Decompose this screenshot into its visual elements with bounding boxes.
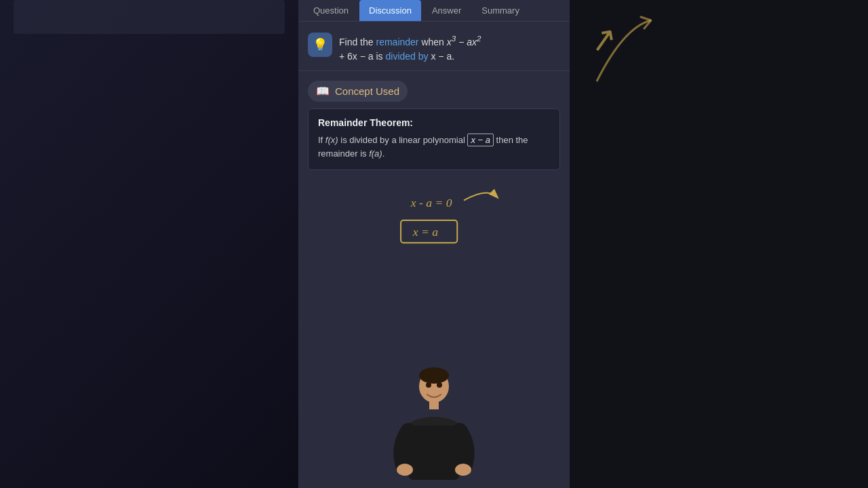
bulb-icon: 💡: [308, 33, 332, 57]
question-text: Find the remainder when x3 − ax2 + 6x − …: [339, 33, 481, 64]
theorem-text-1: If: [318, 135, 326, 145]
tab-discussion[interactable]: Discussion: [359, 0, 421, 21]
question-prefix: Find the: [339, 37, 376, 47]
theorem-boxed-xa: x − a: [467, 134, 494, 146]
tab-summary[interactable]: Summary: [472, 0, 529, 21]
theorem-text: If f(x) is divided by a linear polynomia…: [318, 134, 550, 162]
annotation-line1: x - a = 0: [410, 197, 452, 210]
svg-point-5: [397, 464, 413, 476]
svg-rect-4: [408, 426, 460, 480]
svg-point-1: [419, 367, 449, 384]
concept-label: Concept Used: [335, 85, 399, 97]
presenter-person: [387, 366, 481, 488]
svg-point-7: [426, 382, 431, 388]
theorem-fx: f(x): [326, 135, 338, 145]
concept-box: Remainder Theorem: If f(x) is divided by…: [308, 108, 560, 171]
question-suffix: x − a.: [429, 51, 455, 62]
annotation-svg: x - a = 0 x = a: [308, 180, 560, 261]
question-line2: + 6x − a is: [339, 51, 385, 62]
theorem-fa: f(a): [369, 148, 382, 159]
book-icon: 📖: [316, 85, 330, 98]
theorem-text-2: is divided by a linear polynomial: [338, 135, 468, 145]
question-when: when: [419, 37, 447, 47]
theorem-title: Remainder Theorem:: [318, 117, 550, 128]
tab-answer[interactable]: Answer: [422, 0, 471, 21]
question-divided-by: divided by: [385, 51, 428, 62]
tab-bar: Question Discussion Answer Summary: [298, 0, 570, 22]
concept-used-header: 📖 Concept Used: [308, 81, 408, 102]
question-area: 💡 Find the remainder when x3 − ax2 + 6x …: [298, 22, 570, 71]
annotation-area: x - a = 0 x = a: [308, 180, 560, 261]
theorem-text-4: .: [382, 148, 385, 159]
annotation-arrow: [464, 193, 497, 201]
annotation-line2: x = a: [412, 225, 439, 239]
svg-point-8: [437, 382, 442, 388]
person-svg: [387, 366, 481, 488]
svg-point-6: [455, 464, 471, 476]
tab-question[interactable]: Question: [304, 0, 358, 21]
svg-rect-2: [429, 401, 439, 409]
thumbnail: [14, 0, 285, 34]
question-math: x3 − ax2: [447, 37, 481, 47]
arrow-decoration: [583, 14, 665, 95]
right-panel: [570, 0, 868, 488]
left-panel: [0, 0, 298, 488]
center-panel: Question Discussion Answer Summary 💡 Fin…: [298, 0, 570, 488]
question-highlight-remainder: remainder: [376, 37, 418, 47]
